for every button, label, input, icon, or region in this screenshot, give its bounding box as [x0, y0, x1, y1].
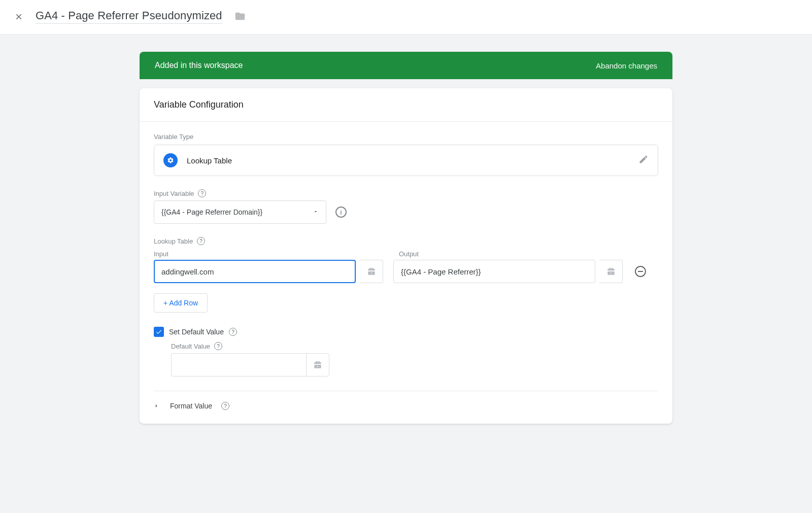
help-icon[interactable]: ? — [197, 237, 205, 245]
variable-picker-button[interactable] — [599, 260, 623, 283]
page-title[interactable]: GA4 - Page Referrer Pseudonymized — [36, 9, 222, 24]
gear-icon — [163, 153, 178, 167]
variable-picker-button[interactable] — [306, 353, 329, 376]
variable-config-card: Variable Configuration Variable Type Loo… — [140, 88, 672, 424]
help-icon[interactable]: ? — [198, 189, 206, 197]
variable-picker-button[interactable] — [360, 260, 383, 283]
column-output-label: Output — [399, 250, 419, 258]
abandon-changes-button[interactable]: Abandon changes — [596, 61, 657, 70]
variable-type-name: Lookup Table — [187, 156, 232, 165]
edit-icon[interactable] — [638, 154, 649, 166]
set-default-label: Set Default Value — [169, 328, 224, 336]
variable-type-row[interactable]: Lookup Table — [154, 145, 658, 176]
help-icon[interactable]: ? — [229, 328, 237, 336]
help-icon[interactable]: ? — [214, 342, 222, 350]
input-variable-label: Input Variable — [154, 190, 194, 197]
set-default-checkbox[interactable] — [154, 327, 164, 337]
column-input-label: Input — [154, 250, 168, 258]
input-variable-select[interactable]: {{GA4 - Page Referrer Domain}} — [154, 200, 326, 224]
close-icon[interactable] — [14, 12, 23, 21]
lookup-row — [154, 260, 658, 283]
lookup-table-label: Lookup Table — [154, 237, 193, 245]
chevron-down-icon — [313, 208, 319, 216]
folder-icon[interactable] — [234, 11, 246, 24]
input-variable-value: {{GA4 - Page Referrer Domain}} — [161, 208, 262, 216]
chevron-right-icon — [153, 402, 162, 409]
status-text: Added in this workspace — [155, 61, 243, 70]
default-value-label: Default Value — [171, 342, 210, 350]
info-icon[interactable]: i — [335, 207, 347, 218]
default-value-field[interactable] — [171, 353, 308, 376]
format-value-label: Format Value — [170, 402, 212, 410]
remove-row-icon[interactable] — [635, 266, 646, 277]
lookup-input-field[interactable] — [154, 260, 356, 283]
help-icon[interactable]: ? — [221, 402, 229, 410]
variable-config-title: Variable Configuration — [140, 88, 672, 122]
lookup-output-field[interactable] — [393, 260, 595, 283]
workspace-status-bar: Added in this workspace Abandon changes — [140, 52, 672, 79]
variable-type-label: Variable Type — [154, 133, 658, 141]
format-value-section[interactable]: Format Value ? — [154, 391, 658, 421]
add-row-button[interactable]: + Add Row — [154, 293, 208, 313]
